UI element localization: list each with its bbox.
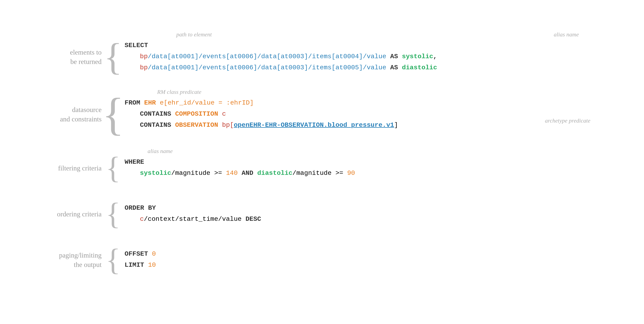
main-diagram: elements tobe returned { path to element… <box>34 22 610 302</box>
brace-where: { <box>107 152 119 183</box>
diastolic-ref: diastolic <box>257 169 292 177</box>
section-orderby: ordering criteria { ORDER BY c/context/s… <box>54 198 590 229</box>
orderby-expr-line: c/context/start_time/value DESC <box>140 214 590 225</box>
label-filtering: filtering criteria <box>54 163 107 173</box>
ehr-class: EHR <box>144 99 156 106</box>
c-alias: c <box>222 110 226 118</box>
as-kw-2: AS <box>390 64 398 71</box>
path-1: /data[at0001]/events[at0006]/data[at0003… <box>148 53 386 60</box>
ann-alias-name-where: alias name <box>148 146 173 156</box>
label-ordering: ordering criteria <box>54 209 107 219</box>
systolic-alias: systolic <box>402 53 433 60</box>
section-paging: paging/limitingthe output { OFFSET 0 LIM… <box>54 244 590 275</box>
contains-obs-line: CONTAINS OBSERVATION bp[openEHR-EHR-OBSE… <box>140 120 590 131</box>
bp-alias-1: bp <box>140 53 148 60</box>
brace-symbol-where: { <box>106 152 120 183</box>
brace-select: { <box>107 37 119 76</box>
code-paging: OFFSET 0 LIMIT 10 <box>119 249 590 271</box>
brace-symbol-paging: { <box>106 244 120 275</box>
comma-1: , <box>433 53 437 60</box>
ehr-predicate: e[ehr_id/value = :ehrID] <box>160 99 254 106</box>
and-kw: AND <box>242 169 254 177</box>
contains-comp-line: CONTAINS COMPOSITION c <box>140 109 590 120</box>
section-from: datasourceand constraints { RM class pre… <box>54 91 590 137</box>
bracket-close: ] <box>394 121 398 129</box>
brace-paging: { <box>107 244 119 275</box>
ann-alias-name-select: alias name <box>554 29 579 39</box>
offset-value: 0 <box>152 250 156 258</box>
section-where: filtering criteria { alias name WHERE sy… <box>54 152 590 183</box>
composition-class: COMPOSITION <box>175 110 218 118</box>
as-kw-1: AS <box>390 53 398 60</box>
select-line1: bp/data[at0001]/events[at0006]/data[at00… <box>140 51 590 62</box>
num-90: 90 <box>347 169 355 177</box>
label-elements: elements tobe returned <box>54 47 107 66</box>
from-line: FROM EHR e[ehr_id/value = :ehrID] <box>124 97 590 109</box>
from-keyword: FROM <box>124 99 140 106</box>
limit-keyword: LIMIT <box>124 261 144 269</box>
contains-kw-1: CONTAINS <box>140 110 171 118</box>
select-line2: bp/data[at0001]/events[at0006]/data[at00… <box>140 62 590 73</box>
bp-alias-2: bp <box>140 64 148 71</box>
contains-kw-2: CONTAINS <box>140 121 171 129</box>
orderby-keyword: ORDER BY <box>124 204 156 212</box>
brace-from: { <box>107 91 119 137</box>
desc-keyword: DESC <box>246 215 261 223</box>
code-where: alias name WHERE systolic/magnitude >= 1… <box>119 157 590 179</box>
where-keyword: WHERE <box>124 158 144 166</box>
systolic-path: /magnitude >= <box>171 169 226 177</box>
select-keyword-line: SELECT <box>124 40 590 51</box>
bp-alias-3: bp[ <box>222 121 234 129</box>
observation-class: OBSERVATION <box>175 121 218 129</box>
systolic-ref: systolic <box>140 169 171 177</box>
offset-line: OFFSET 0 <box>124 249 590 260</box>
limit-line: LIMIT 10 <box>124 260 590 271</box>
brace-orderby: { <box>107 198 119 229</box>
c-alias-2: c <box>140 215 144 223</box>
orderby-path: /context/start_time/value <box>144 215 246 223</box>
code-orderby: ORDER BY c/context/start_time/value DESC <box>119 203 590 225</box>
code-from: RM class predicate archetype predicate F… <box>119 97 590 131</box>
offset-keyword: OFFSET <box>124 250 148 258</box>
select-keyword: SELECT <box>124 42 148 49</box>
label-paging: paging/limitingthe output <box>54 250 107 269</box>
code-select: path to element alias name SELECT bp/dat… <box>119 40 590 73</box>
num-140: 140 <box>226 169 238 177</box>
path-2: /data[at0001]/events[at0006]/data[at0003… <box>148 64 386 71</box>
archetype-id: openEHR-EHR-OBSERVATION.blood_pressure.v… <box>234 121 394 129</box>
ann-rm-class-pred: RM class predicate <box>157 87 202 97</box>
where-condition-line: systolic/magnitude >= 140 AND diastolic/… <box>140 168 590 179</box>
diagram-wrapper: elements tobe returned { path to element… <box>34 22 610 302</box>
diastolic-alias: diastolic <box>402 64 437 71</box>
limit-value: 10 <box>148 261 156 269</box>
where-line: WHERE <box>124 157 590 168</box>
orderby-line: ORDER BY <box>124 203 590 214</box>
section-select: elements tobe returned { path to element… <box>54 37 590 76</box>
label-datasource: datasourceand constraints <box>54 104 107 124</box>
ann-path-to-element: path to element <box>176 29 212 39</box>
diastolic-path: /magnitude >= <box>292 169 347 177</box>
brace-symbol-orderby: { <box>106 198 120 229</box>
